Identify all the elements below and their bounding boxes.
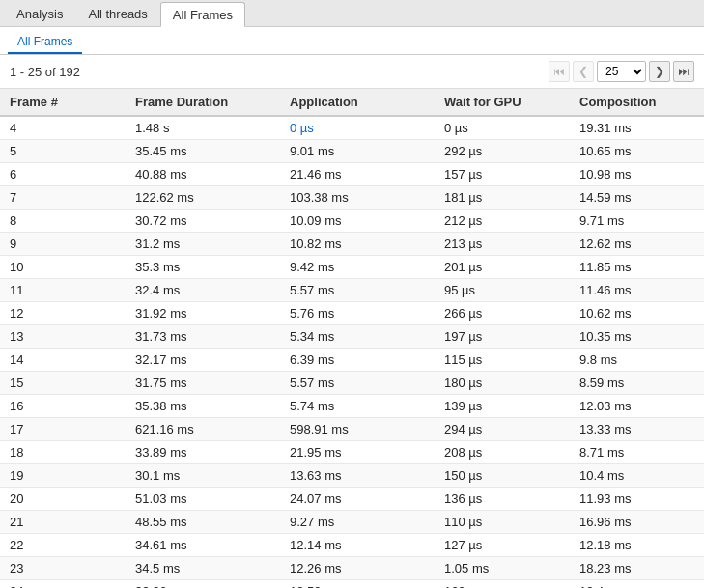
table-row[interactable]: 1833.89 ms21.95 ms208 µs8.71 ms bbox=[0, 441, 704, 464]
first-page-button[interactable]: ⏮ bbox=[549, 61, 570, 82]
tab-all-threads[interactable]: All threads bbox=[75, 1, 159, 26]
table-cell: 24.07 ms bbox=[280, 488, 435, 511]
table-cell: 10.4 ms bbox=[570, 580, 704, 589]
tab-analysis[interactable]: Analysis bbox=[4, 1, 75, 26]
table-cell: 24 bbox=[0, 580, 126, 589]
table-cell: 10.62 ms bbox=[570, 302, 704, 325]
table-cell: 10.82 ms bbox=[280, 233, 435, 256]
table-cell: 13.63 ms bbox=[280, 464, 435, 488]
table-row[interactable]: 2148.55 ms9.27 ms110 µs16.96 ms bbox=[0, 511, 704, 534]
table-cell: 31.75 ms bbox=[126, 372, 280, 395]
table-row[interactable]: 931.2 ms10.82 ms213 µs12.62 ms bbox=[0, 233, 704, 256]
per-page-select[interactable]: 25 10 50 100 bbox=[597, 61, 646, 82]
table-row[interactable]: 1930.1 ms13.63 ms150 µs10.4 ms bbox=[0, 464, 704, 488]
table-row[interactable]: 1132.4 ms5.57 ms95 µs11.46 ms bbox=[0, 279, 704, 302]
table-cell: 11.85 ms bbox=[570, 256, 704, 279]
table-cell: 12.26 ms bbox=[280, 557, 435, 580]
table-cell: 13.33 ms bbox=[570, 418, 704, 441]
table-cell: 95 µs bbox=[435, 279, 570, 302]
prev-page-button[interactable]: ❮ bbox=[573, 61, 594, 82]
table-cell: 0 µs bbox=[435, 116, 570, 140]
table-cell: 169 µs bbox=[435, 580, 570, 589]
tab-all-frames[interactable]: All Frames bbox=[160, 2, 245, 27]
table-cell: 16 bbox=[0, 395, 126, 418]
table-cell: 5.57 ms bbox=[280, 279, 435, 302]
table-cell: 5.34 ms bbox=[280, 325, 435, 349]
table-cell: 294 µs bbox=[435, 418, 570, 441]
table-cell: 18.23 ms bbox=[570, 557, 704, 580]
last-page-button[interactable]: ⏭ bbox=[673, 61, 694, 82]
table-cell: 9.71 ms bbox=[570, 210, 704, 233]
table-cell: 22 bbox=[0, 534, 126, 557]
table-cell: 12.62 ms bbox=[570, 233, 704, 256]
table-cell: 136 µs bbox=[435, 488, 570, 511]
table-cell: 180 µs bbox=[435, 372, 570, 395]
table-cell: 127 µs bbox=[435, 534, 570, 557]
table-cell: 32.26 ms bbox=[126, 580, 280, 589]
table-cell: 18 bbox=[0, 441, 126, 464]
table-cell: 213 µs bbox=[435, 233, 570, 256]
table-cell: 11.93 ms bbox=[570, 488, 704, 511]
table-cell: 9.42 ms bbox=[280, 256, 435, 279]
table-cell: 10.65 ms bbox=[570, 140, 704, 163]
table-row[interactable]: 41.48 s0 µs0 µs19.31 ms bbox=[0, 116, 704, 140]
table-cell: 14 bbox=[0, 349, 126, 372]
pagination-controls: ⏮ ❮ 25 10 50 100 ❯ ⏭ bbox=[549, 61, 694, 82]
table-row[interactable]: 2432.26 ms10.59 ms169 µs10.4 ms bbox=[0, 580, 704, 589]
col-header-frame[interactable]: Frame # bbox=[0, 89, 126, 116]
table-cell: 51.03 ms bbox=[126, 488, 280, 511]
table-cell: 266 µs bbox=[435, 302, 570, 325]
next-page-button[interactable]: ❯ bbox=[649, 61, 670, 82]
table-cell: 7 bbox=[0, 186, 126, 210]
table-cell: 12.14 ms bbox=[280, 534, 435, 557]
col-header-duration[interactable]: Frame Duration bbox=[126, 89, 280, 116]
sub-tab-bar: All Frames bbox=[0, 27, 704, 55]
table-cell: 11.46 ms bbox=[570, 279, 704, 302]
table-cell: 16.96 ms bbox=[570, 511, 704, 534]
table-row[interactable]: 1035.3 ms9.42 ms201 µs11.85 ms bbox=[0, 256, 704, 279]
table-cell: 103.38 ms bbox=[280, 186, 435, 210]
table-cell: 34.5 ms bbox=[126, 557, 280, 580]
table-cell: 150 µs bbox=[435, 464, 570, 488]
table-row[interactable]: 1331.73 ms5.34 ms197 µs10.35 ms bbox=[0, 325, 704, 349]
table-cell: 8.71 ms bbox=[570, 441, 704, 464]
table-row[interactable]: 2051.03 ms24.07 ms136 µs11.93 ms bbox=[0, 488, 704, 511]
table-cell: 5.74 ms bbox=[280, 395, 435, 418]
table-cell: 0 µs bbox=[280, 116, 435, 140]
table-cell: 23 bbox=[0, 557, 126, 580]
col-header-composition[interactable]: Composition bbox=[570, 89, 704, 116]
table-cell: 9 bbox=[0, 233, 126, 256]
table-cell: 21.95 ms bbox=[280, 441, 435, 464]
table-cell: 12.18 ms bbox=[570, 534, 704, 557]
table-row[interactable]: 640.88 ms21.46 ms157 µs10.98 ms bbox=[0, 163, 704, 186]
table-cell: 32.17 ms bbox=[126, 349, 280, 372]
table-header-row: Frame # Frame Duration Application Wait … bbox=[0, 89, 704, 116]
table-row[interactable]: 7122.62 ms103.38 ms181 µs14.59 ms bbox=[0, 186, 704, 210]
table-cell: 31.2 ms bbox=[126, 233, 280, 256]
table-cell: 197 µs bbox=[435, 325, 570, 349]
table-cell: 30.1 ms bbox=[126, 464, 280, 488]
table-row[interactable]: 1432.17 ms6.39 ms115 µs9.8 ms bbox=[0, 349, 704, 372]
table-cell: 19.31 ms bbox=[570, 116, 704, 140]
table-row[interactable]: 2234.61 ms12.14 ms127 µs12.18 ms bbox=[0, 534, 704, 557]
table-row[interactable]: 17621.16 ms598.91 ms294 µs13.33 ms bbox=[0, 418, 704, 441]
table-cell: 9.8 ms bbox=[570, 349, 704, 372]
table-cell: 20 bbox=[0, 488, 126, 511]
sub-tab-all-frames[interactable]: All Frames bbox=[8, 31, 82, 54]
table-row[interactable]: 1531.75 ms5.57 ms180 µs8.59 ms bbox=[0, 372, 704, 395]
table-cell: 8.59 ms bbox=[570, 372, 704, 395]
table-row[interactable]: 1231.92 ms5.76 ms266 µs10.62 ms bbox=[0, 302, 704, 325]
table-row[interactable]: 2334.5 ms12.26 ms1.05 ms18.23 ms bbox=[0, 557, 704, 580]
table-cell: 12.03 ms bbox=[570, 395, 704, 418]
table-cell: 292 µs bbox=[435, 140, 570, 163]
table-cell: 11 bbox=[0, 279, 126, 302]
table-cell: 35.38 ms bbox=[126, 395, 280, 418]
table-row[interactable]: 535.45 ms9.01 ms292 µs10.65 ms bbox=[0, 140, 704, 163]
table-cell: 9.01 ms bbox=[280, 140, 435, 163]
col-header-wait-gpu[interactable]: Wait for GPU bbox=[435, 89, 570, 116]
col-header-application[interactable]: Application bbox=[280, 89, 435, 116]
table-row[interactable]: 1635.38 ms5.74 ms139 µs12.03 ms bbox=[0, 395, 704, 418]
table-cell: 48.55 ms bbox=[126, 511, 280, 534]
table-cell: 10.98 ms bbox=[570, 163, 704, 186]
table-row[interactable]: 830.72 ms10.09 ms212 µs9.71 ms bbox=[0, 210, 704, 233]
